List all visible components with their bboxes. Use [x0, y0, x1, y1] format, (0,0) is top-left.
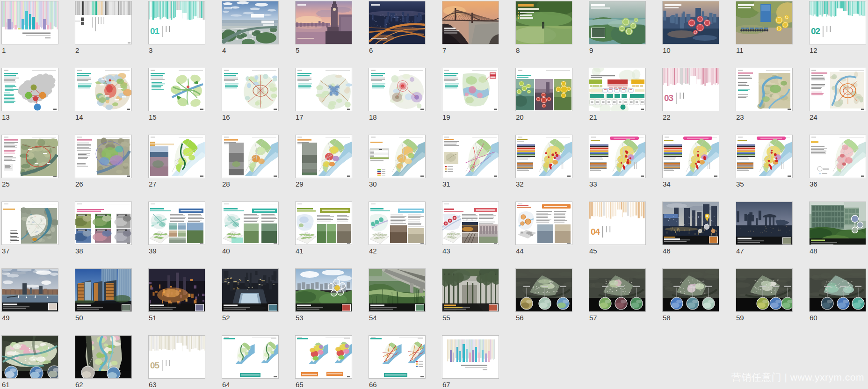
svg-text:01: 01 — [150, 26, 160, 36]
svg-text:02: 02 — [811, 26, 820, 36]
svg-text:05: 05 — [150, 360, 160, 370]
svg-text:04: 04 — [591, 227, 600, 237]
svg-text:03: 03 — [664, 93, 673, 103]
